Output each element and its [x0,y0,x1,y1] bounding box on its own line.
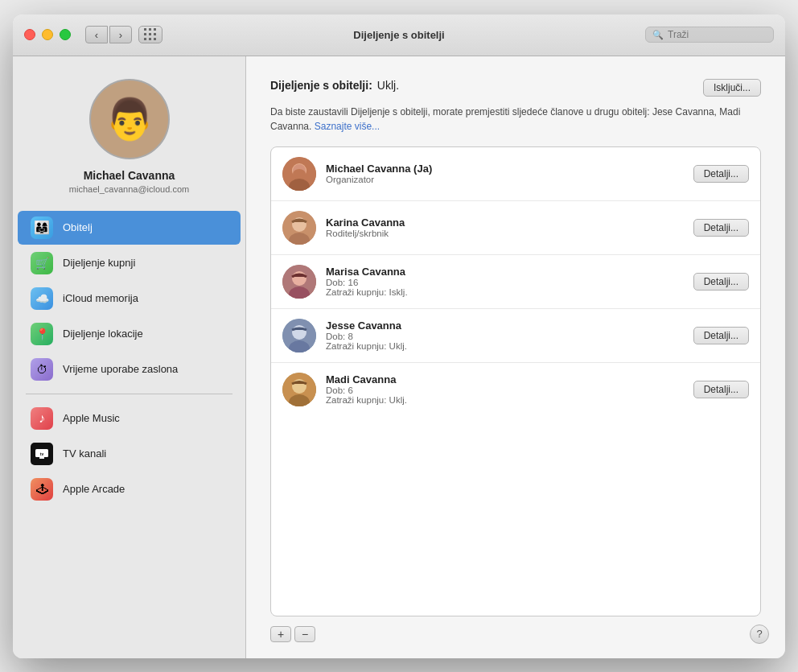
profile-section: Michael Cavanna michael_cavanna@icloud.c… [13,56,245,210]
sidebar-item-label-icloud: iCloud memorija [63,292,138,304]
turn-off-button[interactable]: Isključi... [703,79,761,97]
member-row-marisa: Marisa Cavanna Dob: 16 Zatraži kupnju: I… [271,255,760,309]
minimize-button[interactable] [42,29,53,40]
grid-icon [144,28,158,42]
panel-title: Dijeljenje s obitelji: Uklj. [270,79,399,92]
member-name-madi: Madi Cavanna [326,373,684,385]
details-button-karina[interactable]: Detalji... [693,219,749,237]
user-avatar [89,79,170,159]
sidebar-item-label-music: Apple Music [63,412,120,424]
learn-more-link[interactable]: Saznajte više... [315,121,380,132]
svg-text:tv: tv [40,451,44,456]
purchases-icon: 🛒 [31,252,53,274]
search-icon: 🔍 [652,30,664,40]
member-row-michael: Michael Cavanna (Ja) Organizator Detalji… [271,147,760,201]
sidebar-item-label-arcade: Apple Arcade [63,483,125,495]
member-name-karina: Karina Cavanna [326,216,684,229]
panel-title-value: Uklj. [377,79,399,92]
panel-header: Dijeljenje s obitelji: Uklj. Isključi... [270,79,761,97]
member-row-jesse: Jesse Cavanna Dob: 8 Zatraži kupnju: Ukl… [271,309,760,363]
member-info-michael: Michael Cavanna (Ja) Organizator [326,163,684,184]
member-avatar-jesse [282,319,316,352]
app-window: ‹ › Dijeljenje s obitelji 🔍 Michael Cava… [13,14,785,658]
member-avatar-michael [282,157,316,191]
panel-description: Da biste zaustavili Dijeljenje s obitelj… [270,105,761,134]
traffic-lights [24,29,71,40]
nav-buttons: ‹ › [85,26,132,43]
arcade-icon: 🕹 [31,478,53,501]
sidebar-item-screentime[interactable]: ⏱ Vrijeme uporabe zaslona [18,352,241,386]
member-role-michael: Organizator [326,175,684,184]
content-area: Michael Cavanna michael_cavanna@icloud.c… [13,56,785,658]
member-role-madi: Dob: 6 Zatraži kupnju: Uklj. [326,385,684,405]
svg-rect-1 [39,457,44,459]
members-list: Michael Cavanna (Ja) Organizator Detalji… [270,146,761,616]
family-icon: 👨‍👩‍👧 [31,216,53,239]
search-input[interactable] [668,29,767,40]
sidebar-item-icloud[interactable]: ☁️ iCloud memorija [18,282,241,315]
sidebar-item-label-family: Obitelj [63,221,93,233]
member-info-madi: Madi Cavanna Dob: 6 Zatraži kupnju: Uklj… [326,373,684,405]
sidebar-item-family[interactable]: 👨‍👩‍👧 Obitelj [18,211,241,245]
sidebar-item-arcade[interactable]: 🕹 Apple Arcade [18,472,241,506]
member-row-madi: Madi Cavanna Dob: 6 Zatraži kupnju: Uklj… [271,363,760,416]
member-avatar-madi [282,373,316,406]
sidebar-item-music[interactable]: ♪ Apple Music [18,402,241,435]
member-name-marisa: Marisa Cavanna [326,266,684,278]
bottom-bar: + − [270,626,761,642]
details-button-michael[interactable]: Detalji... [693,165,749,183]
sidebar-item-location[interactable]: 📍 Dijeljenje lokacije [18,317,241,351]
sidebar-item-label-purchases: Dijeljenje kupnji [63,257,135,269]
details-button-madi[interactable]: Detalji... [693,381,749,398]
main-panel: Dijeljenje s obitelji: Uklj. Isključi...… [246,56,785,658]
titlebar: ‹ › Dijeljenje s obitelji 🔍 [13,14,785,56]
sidebar-item-label-screentime: Vrijeme uporabe zaslona [63,363,178,375]
details-button-marisa[interactable]: Detalji... [693,273,749,291]
member-info-marisa: Marisa Cavanna Dob: 16 Zatraži kupnju: I… [326,266,684,297]
member-role-marisa: Dob: 16 Zatraži kupnju: Isklj. [326,278,684,297]
member-avatar-marisa [282,265,316,299]
member-avatar-karina [282,211,316,245]
sidebar: Michael Cavanna michael_cavanna@icloud.c… [13,56,246,658]
sidebar-item-tv[interactable]: tv TV kanali [18,437,241,471]
icloud-icon: ☁️ [31,287,53,310]
profile-email: michael_cavanna@icloud.com [69,184,189,194]
sidebar-divider [26,394,232,394]
back-button[interactable]: ‹ [85,26,108,43]
member-info-karina: Karina Cavanna Roditelj/skrbnik [326,216,684,238]
panel-title-label: Dijeljenje s obitelji: [270,79,372,92]
member-name-jesse: Jesse Cavanna [326,320,684,332]
svg-point-7 [293,169,306,179]
location-icon: 📍 [31,323,53,345]
search-box[interactable]: 🔍 [645,27,774,43]
details-button-jesse[interactable]: Detalji... [693,327,749,344]
tv-icon: tv [31,443,53,465]
sidebar-item-label-location: Dijeljenje lokacije [63,328,143,340]
forward-button[interactable]: › [109,26,132,43]
remove-member-button[interactable]: − [294,626,315,642]
sidebar-item-label-tv: TV kanali [63,447,106,460]
maximize-button[interactable] [60,29,71,40]
grid-view-button[interactable] [138,26,162,43]
close-button[interactable] [24,29,35,40]
add-member-button[interactable]: + [270,626,291,642]
window-title: Dijeljenje s obitelji [353,29,444,41]
profile-name: Michael Cavanna [84,169,175,182]
member-row-karina: Karina Cavanna Roditelj/skrbnik Detalji.… [271,201,760,255]
music-icon: ♪ [31,407,53,430]
member-info-jesse: Jesse Cavanna Dob: 8 Zatraži kupnju: Ukl… [326,320,684,351]
sidebar-item-purchases[interactable]: 🛒 Dijeljenje kupnji [18,246,241,280]
help-button[interactable]: ? [750,625,769,644]
member-role-karina: Roditelj/skrbnik [326,229,684,238]
member-role-jesse: Dob: 8 Zatraži kupnju: Uklj. [326,332,684,351]
screentime-icon: ⏱ [31,358,53,381]
member-name-michael: Michael Cavanna (Ja) [326,163,684,175]
